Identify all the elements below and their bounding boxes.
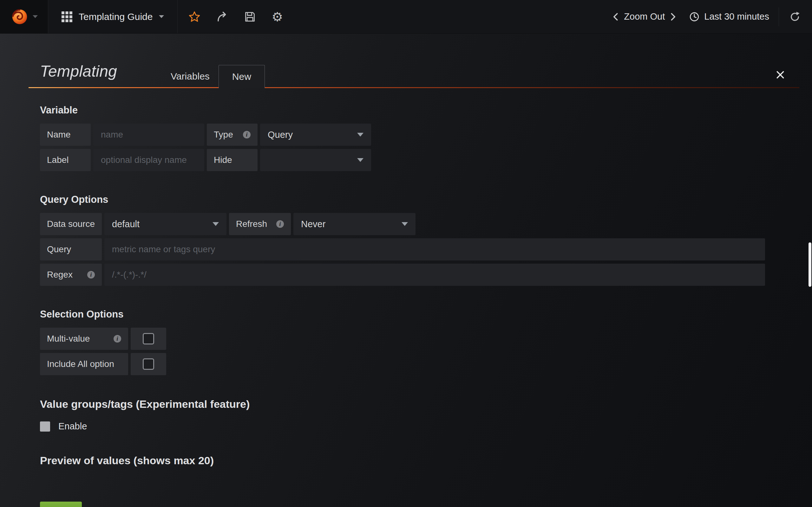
enable-label: Enable [58, 421, 87, 432]
grafana-logo-icon [10, 8, 29, 26]
regex-info-icon[interactable]: i [87, 271, 95, 279]
refresh-icon [789, 11, 801, 22]
preview-section: Preview of values (shows max 20) Add [29, 454, 799, 507]
variable-section: Variable Name Type i Query Label Hide [29, 105, 799, 171]
include-all-checkbox[interactable] [143, 358, 154, 370]
chevron-down-icon [402, 222, 408, 226]
multi-value-label-text: Multi-value [47, 334, 90, 344]
regex-input[interactable] [104, 264, 765, 286]
regex-label: Regex i [40, 264, 102, 286]
page-title: Templating [40, 62, 117, 80]
chevron-down-icon [357, 133, 363, 136]
datasource-label: Data source [40, 213, 102, 235]
chevron-down-icon [212, 222, 219, 226]
name-label: Name [40, 124, 91, 146]
refresh-info-icon[interactable]: i [276, 220, 284, 228]
refresh-select-value: Never [301, 219, 325, 229]
enable-row: Enable [40, 421, 799, 432]
hide-label: Hide [207, 149, 258, 171]
share-icon[interactable] [216, 11, 229, 23]
type-select[interactable]: Query [260, 124, 371, 146]
refresh-select[interactable]: Never [293, 213, 415, 235]
time-shift-left-button[interactable] [608, 12, 624, 21]
multi-value-checkbox-box [131, 328, 166, 350]
add-button[interactable]: Add [40, 502, 82, 507]
navbar-actions: ⚙ [177, 0, 294, 33]
datasource-select[interactable]: default [104, 213, 226, 235]
scrollbar-thumb[interactable] [809, 242, 811, 287]
variable-name-row: Name Type i Query [40, 124, 765, 146]
regex-label-text: Regex [47, 270, 72, 280]
templating-tabs: Variables New [162, 65, 265, 88]
templating-editor: Templating Variables New Variable Name T… [29, 34, 799, 507]
include-all-label: Include All option [40, 353, 128, 375]
dashboard-grid-icon [61, 11, 72, 22]
value-groups-section: Value groups/tags (Experimental feature)… [29, 398, 799, 432]
dashboard-background: Templating Variables New Variable Name T… [0, 34, 812, 507]
templating-header: Templating Variables New [29, 34, 799, 88]
datasource-select-value: default [112, 219, 140, 229]
tab-new[interactable]: New [218, 65, 265, 88]
selection-options-heading: Selection Options [40, 308, 799, 320]
time-range-picker[interactable]: Last 30 minutes [689, 11, 769, 22]
label-input[interactable] [93, 149, 204, 171]
dashboard-title: Templating Guide [79, 11, 153, 22]
refresh-label-text: Refresh [236, 219, 267, 229]
dashboard-caret-icon [159, 15, 164, 18]
selection-options-section: Selection Options Multi-value i Include … [29, 308, 799, 375]
zoom-out-button[interactable]: Zoom Out [624, 11, 665, 22]
enable-checkbox[interactable] [40, 421, 50, 432]
zoom-out-label: Zoom Out [624, 11, 665, 22]
logo-caret-icon [33, 15, 38, 18]
time-shift-right-button[interactable] [665, 12, 681, 21]
hide-select[interactable] [260, 149, 371, 171]
query-input[interactable] [104, 238, 765, 261]
multi-value-info-icon[interactable]: i [113, 335, 121, 343]
clock-icon [689, 11, 700, 22]
tab-variables[interactable]: Variables [162, 65, 218, 88]
multi-value-row: Multi-value i [40, 328, 765, 350]
time-controls: Zoom Out Last 30 minutes [608, 0, 812, 33]
multi-value-checkbox[interactable] [143, 333, 154, 344]
save-icon[interactable] [244, 11, 256, 22]
refresh-label: Refresh i [229, 213, 291, 235]
query-options-section: Query Options Data source default Refres… [29, 194, 799, 286]
regex-row: Regex i [40, 264, 765, 286]
query-row: Query [40, 238, 765, 261]
variable-label-row: Label Hide [40, 149, 765, 171]
query-options-heading: Query Options [40, 194, 799, 205]
include-all-row: Include All option [40, 353, 765, 375]
preview-heading: Preview of values (shows max 20) [40, 454, 799, 467]
label-label: Label [40, 149, 91, 171]
type-label: Type i [207, 124, 258, 146]
multi-value-label: Multi-value i [40, 328, 128, 350]
variable-heading: Variable [40, 105, 799, 116]
type-info-icon[interactable]: i [243, 131, 251, 138]
datasource-row: Data source default Refresh i Never [40, 213, 765, 235]
star-icon[interactable] [189, 11, 200, 23]
chevron-down-icon [357, 158, 363, 162]
grafana-logo-button[interactable] [0, 0, 48, 33]
refresh-button[interactable] [779, 7, 801, 26]
query-label: Query [40, 238, 102, 261]
close-icon[interactable] [776, 70, 785, 79]
brand-gradient-divider [29, 87, 799, 88]
gear-icon[interactable]: ⚙ [271, 10, 283, 23]
type-select-value: Query [268, 130, 293, 140]
dashboard-picker[interactable]: Templating Guide [48, 0, 177, 33]
time-range-label: Last 30 minutes [704, 11, 769, 22]
name-input[interactable] [93, 124, 204, 146]
value-groups-heading: Value groups/tags (Experimental feature) [40, 398, 799, 410]
include-all-checkbox-box [131, 353, 166, 375]
top-navbar: Templating Guide ⚙ [0, 0, 812, 34]
type-label-text: Type [214, 130, 233, 140]
